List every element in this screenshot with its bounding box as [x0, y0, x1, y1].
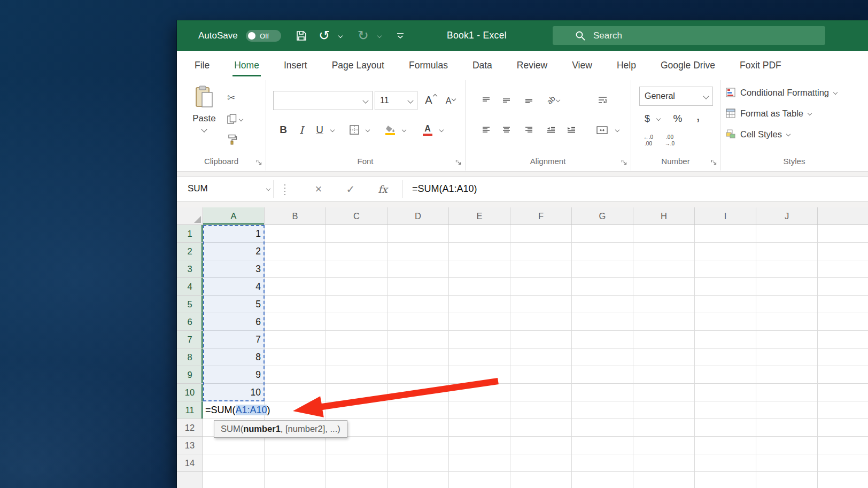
borders-button[interactable]: [347, 121, 362, 139]
cut-button[interactable]: ✂: [227, 90, 251, 106]
row-header-8[interactable]: 8: [177, 348, 203, 366]
column-header-E[interactable]: E: [449, 207, 510, 224]
column-header-A[interactable]: A: [203, 207, 265, 224]
cell-A10[interactable]: 10: [203, 384, 261, 401]
copy-button[interactable]: [227, 111, 251, 127]
cell-A7[interactable]: 7: [203, 331, 261, 348]
font-size-select[interactable]: 11: [375, 91, 417, 110]
undo-button[interactable]: ↺: [319, 20, 330, 51]
grow-font-button[interactable]: A: [422, 91, 440, 109]
font-color-button[interactable]: A: [420, 121, 436, 139]
paste-button[interactable]: Paste: [189, 86, 220, 149]
row-header-5[interactable]: 5: [177, 296, 203, 313]
accounting-format-button[interactable]: $: [640, 110, 654, 127]
column-header-F[interactable]: F: [510, 207, 572, 224]
tab-data[interactable]: Data: [460, 51, 505, 80]
tab-review[interactable]: Review: [505, 51, 560, 80]
align-bottom-button[interactable]: [521, 91, 537, 109]
cell-A3[interactable]: 3: [203, 260, 261, 278]
row-header-2[interactable]: 2: [177, 243, 203, 260]
column-header-D[interactable]: D: [387, 207, 449, 224]
quick-access-toolbar-button[interactable]: [396, 20, 405, 51]
cell-A4[interactable]: 4: [203, 278, 261, 296]
font-color-dropdown[interactable]: [437, 121, 446, 139]
increase-decimal-button[interactable]: .00 →.0: [661, 131, 679, 150]
column-header-G[interactable]: G: [572, 207, 633, 224]
conditional-formatting-button[interactable]: Conditional Formatting: [726, 84, 866, 100]
alignment-dialog-launcher[interactable]: [621, 159, 627, 165]
redo-button[interactable]: ↻: [358, 20, 369, 51]
row-header-7[interactable]: 7: [177, 331, 203, 348]
row-header-13[interactable]: 13: [177, 437, 203, 454]
active-cell-formula[interactable]: =SUM(A1:A10): [205, 401, 270, 419]
accounting-format-dropdown[interactable]: [654, 110, 663, 127]
formula-input[interactable]: =SUM(A1:A10): [407, 177, 868, 201]
column-header-C[interactable]: C: [326, 207, 387, 224]
underline-button[interactable]: U: [312, 121, 328, 139]
tab-help[interactable]: Help: [604, 51, 648, 80]
row-header-6[interactable]: 6: [177, 313, 203, 331]
enter-button[interactable]: ✓: [339, 177, 362, 201]
tab-page-layout[interactable]: Page Layout: [320, 51, 397, 80]
clipboard-dialog-launcher[interactable]: [256, 159, 262, 165]
insert-function-button[interactable]: fx: [371, 177, 394, 201]
cancel-button[interactable]: ×: [307, 177, 330, 201]
redo-dropdown[interactable]: [378, 20, 381, 51]
column-header-B[interactable]: B: [265, 207, 326, 224]
row-header-14[interactable]: 14: [177, 454, 203, 472]
align-top-button[interactable]: [478, 91, 494, 109]
merge-center-dropdown[interactable]: [613, 121, 622, 139]
align-center-button[interactable]: [498, 121, 514, 139]
cell-A6[interactable]: 6: [203, 313, 261, 331]
italic-button[interactable]: I: [293, 121, 309, 139]
row-header-12[interactable]: 12: [177, 419, 203, 437]
tab-file[interactable]: File: [182, 51, 222, 80]
row-header-11[interactable]: 11: [177, 401, 203, 419]
tab-insert[interactable]: Insert: [272, 51, 320, 80]
tab-google-drive[interactable]: Google Drive: [648, 51, 727, 80]
row-header-9[interactable]: 9: [177, 366, 203, 384]
tab-foxit-pdf[interactable]: Foxit PDF: [727, 51, 794, 80]
merge-center-button[interactable]: [592, 121, 611, 139]
comma-style-button[interactable]: ,: [691, 107, 706, 124]
font-dialog-launcher[interactable]: [455, 159, 461, 165]
cell-A9[interactable]: 9: [203, 366, 261, 384]
underline-dropdown[interactable]: [328, 121, 337, 139]
tab-formulas[interactable]: Formulas: [397, 51, 460, 80]
orientation-button[interactable]: ab: [544, 91, 562, 109]
percent-style-button[interactable]: %: [670, 110, 685, 127]
align-left-button[interactable]: [478, 121, 494, 139]
column-header-H[interactable]: H: [633, 207, 695, 224]
fill-color-dropdown[interactable]: [399, 121, 409, 139]
formula-bar-drag-handle[interactable]: [283, 183, 287, 195]
cell-A1[interactable]: 1: [203, 225, 261, 243]
autosave-toggle[interactable]: Off: [246, 30, 281, 42]
tab-home[interactable]: Home: [222, 51, 272, 80]
cell-A2[interactable]: 2: [203, 243, 261, 260]
name-box[interactable]: SUM: [184, 180, 273, 198]
number-dialog-launcher[interactable]: [711, 159, 717, 165]
row-header-10[interactable]: 10: [177, 384, 203, 401]
tab-view[interactable]: View: [560, 51, 604, 80]
cell-styles-button[interactable]: Cell Styles: [726, 126, 866, 142]
fill-color-button[interactable]: [382, 121, 398, 139]
font-name-select[interactable]: [273, 91, 373, 110]
row-header-3[interactable]: 3: [177, 260, 203, 278]
align-right-button[interactable]: [521, 121, 537, 139]
cells-area[interactable]: 12345678910 =SUM(A1:A10): [203, 225, 868, 488]
decrease-indent-button[interactable]: [543, 121, 559, 139]
select-all-corner[interactable]: [177, 207, 203, 225]
save-button[interactable]: [296, 20, 307, 51]
align-middle-button[interactable]: [498, 91, 514, 109]
cell-A8[interactable]: 8: [203, 348, 261, 366]
row-header-1[interactable]: 1: [177, 225, 203, 243]
number-format-select[interactable]: General: [639, 87, 713, 106]
format-as-table-button[interactable]: Format as Table: [726, 105, 866, 121]
column-header-J[interactable]: J: [756, 207, 818, 224]
search-box[interactable]: Search: [553, 26, 825, 45]
row-header-4[interactable]: 4: [177, 278, 203, 296]
undo-dropdown[interactable]: [339, 20, 342, 51]
shrink-font-button[interactable]: A: [443, 93, 459, 109]
decrease-decimal-button[interactable]: ←.0 .00: [639, 131, 657, 150]
borders-dropdown[interactable]: [363, 121, 373, 139]
